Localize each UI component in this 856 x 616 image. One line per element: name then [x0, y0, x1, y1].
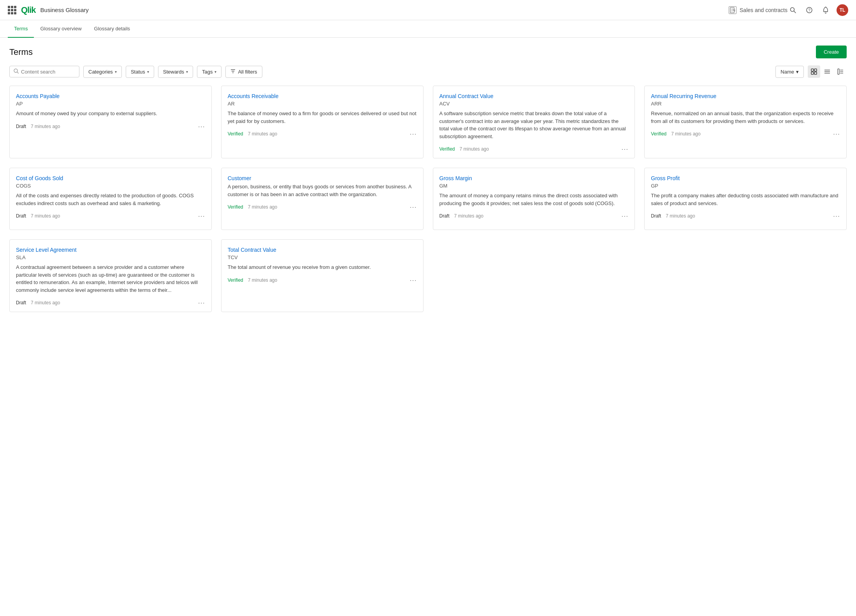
tab-glossary-details[interactable]: Glossary details — [88, 20, 136, 38]
search-button[interactable] — [787, 5, 798, 16]
svg-rect-18 — [811, 72, 814, 74]
card-description: A contractual agreement between a servic… — [16, 263, 205, 294]
more-options-button[interactable]: ··· — [198, 212, 205, 219]
svg-line-7 — [794, 11, 796, 13]
apps-grid-icon[interactable] — [8, 6, 16, 14]
card-title-link[interactable]: Total Contract Value — [228, 247, 417, 253]
status-filter[interactable]: Status ▾ — [126, 66, 154, 78]
card-title-link[interactable]: Gross Margin — [439, 175, 629, 181]
card-description: Revenue, normalized on an annual basis, … — [651, 110, 840, 125]
term-card: Gross Profit GP The profit a company mak… — [644, 168, 847, 230]
more-options-button[interactable]: ··· — [621, 146, 628, 153]
term-card: Total Contract Value TCV The total amoun… — [221, 239, 424, 312]
term-card: Annual Contract Value ACV A software sub… — [433, 86, 635, 158]
categories-filter[interactable]: Categories ▾ — [83, 66, 122, 78]
card-time: 7 minutes ago — [454, 213, 483, 219]
svg-text:?: ? — [808, 8, 810, 12]
search-input[interactable] — [21, 69, 72, 75]
card-time: 7 minutes ago — [31, 213, 60, 219]
more-options-button[interactable]: ··· — [198, 299, 205, 306]
more-options-button[interactable]: ··· — [621, 212, 628, 219]
chevron-down-icon: ▾ — [186, 70, 188, 74]
avatar[interactable]: TL — [837, 4, 848, 16]
card-description: A person, business, or entity that buys … — [228, 183, 417, 198]
search-icon — [14, 68, 19, 75]
tab-glossary-overview[interactable]: Glossary overview — [34, 20, 88, 38]
search-box[interactable] — [9, 66, 79, 77]
card-time: 7 minutes ago — [31, 300, 60, 305]
card-abbr: AP — [16, 101, 205, 107]
card-status-row: Verified 7 minutes ago — [439, 146, 489, 152]
more-options-button[interactable]: ··· — [198, 123, 205, 130]
term-card: Customer A person, business, or entity t… — [221, 168, 424, 230]
page-title: Terms — [9, 47, 33, 57]
help-button[interactable]: ? — [804, 5, 815, 16]
card-time: 7 minutes ago — [666, 213, 695, 219]
card-footer: Draft 7 minutes ago ··· — [16, 299, 205, 306]
term-card: Cost of Goods Sold COGS All of the costs… — [9, 168, 212, 230]
grid-view-button[interactable] — [808, 65, 820, 78]
status-badge: Verified — [439, 146, 455, 152]
card-footer: Verified 7 minutes ago ··· — [651, 130, 840, 137]
more-options-button[interactable]: ··· — [410, 277, 417, 284]
more-options-button[interactable]: ··· — [833, 130, 840, 137]
page-header: Terms Create — [9, 46, 847, 58]
more-options-button[interactable]: ··· — [410, 130, 417, 137]
doc-icon — [729, 6, 736, 14]
create-button[interactable]: Create — [816, 46, 847, 58]
card-title-link[interactable]: Annual Recurring Revenue — [651, 93, 840, 99]
notifications-button[interactable] — [820, 5, 831, 16]
tab-terms[interactable]: Terms — [8, 20, 34, 38]
more-options-button[interactable]: ··· — [410, 204, 417, 211]
card-status-row: Draft 7 minutes ago — [16, 213, 60, 219]
term-card: Annual Recurring Revenue ARR Revenue, no… — [644, 86, 847, 158]
app-title: Business Glossary — [40, 7, 89, 13]
card-status-row: Draft 7 minutes ago — [651, 213, 695, 219]
card-time: 7 minutes ago — [248, 131, 277, 137]
status-badge: Draft — [16, 124, 26, 129]
stewards-filter[interactable]: Stewards ▾ — [158, 66, 193, 78]
card-footer: Verified 7 minutes ago ··· — [228, 130, 417, 137]
card-abbr: AR — [228, 101, 417, 107]
sort-name-button[interactable]: Name ▾ — [775, 66, 804, 78]
card-status-row: Draft 7 minutes ago — [16, 300, 60, 305]
more-options-button[interactable]: ··· — [833, 212, 840, 219]
card-title-link[interactable]: Annual Contract Value — [439, 93, 629, 99]
card-status-row: Draft 7 minutes ago — [16, 124, 60, 129]
all-filters-button[interactable]: All filters — [225, 66, 262, 78]
card-title-link[interactable]: Customer — [228, 175, 417, 181]
card-title-link[interactable]: Accounts Payable — [16, 93, 205, 99]
detail-view-button[interactable] — [834, 65, 847, 78]
card-title-link[interactable]: Service Level Agreement — [16, 247, 205, 253]
status-badge: Draft — [16, 213, 26, 219]
card-title-link[interactable]: Gross Profit — [651, 175, 840, 181]
svg-rect-17 — [814, 69, 817, 71]
card-time: 7 minutes ago — [460, 146, 489, 152]
card-footer: Verified 7 minutes ago ··· — [439, 146, 629, 153]
list-view-button[interactable] — [821, 65, 833, 78]
card-title-link[interactable]: Accounts Receivable — [228, 93, 417, 99]
card-status-row: Verified 7 minutes ago — [651, 131, 700, 137]
cards-grid: Accounts Payable AP Amount of money owed… — [9, 86, 847, 312]
filter-bar: Categories ▾ Status ▾ Stewards ▾ Tags ▾ … — [9, 65, 847, 78]
card-footer: Verified 7 minutes ago ··· — [228, 277, 417, 284]
card-status-row: Verified 7 minutes ago — [228, 277, 277, 283]
chevron-down-icon: ▾ — [115, 70, 117, 74]
card-time: 7 minutes ago — [671, 131, 700, 137]
card-time: 7 minutes ago — [248, 277, 277, 283]
chevron-down-icon: ▾ — [214, 70, 216, 74]
page-content: Terms Create Categories ▾ Status ▾ Stewa… — [0, 38, 856, 320]
card-footer: Draft 7 minutes ago ··· — [651, 212, 840, 219]
card-abbr: GP — [651, 183, 840, 189]
tags-filter[interactable]: Tags ▾ — [197, 66, 221, 78]
card-title-link[interactable]: Cost of Goods Sold — [16, 175, 205, 181]
context-label: Sales and contracts — [740, 7, 787, 13]
card-description: A software subscription service metric t… — [439, 110, 629, 140]
status-badge: Verified — [228, 277, 243, 283]
card-footer: Draft 7 minutes ago ··· — [16, 123, 205, 130]
status-badge: Draft — [439, 213, 450, 219]
card-description: The profit a company makes after deducti… — [651, 192, 840, 207]
status-badge: Verified — [228, 131, 243, 137]
filter-icon — [230, 69, 236, 75]
term-card: Accounts Payable AP Amount of money owed… — [9, 86, 212, 158]
